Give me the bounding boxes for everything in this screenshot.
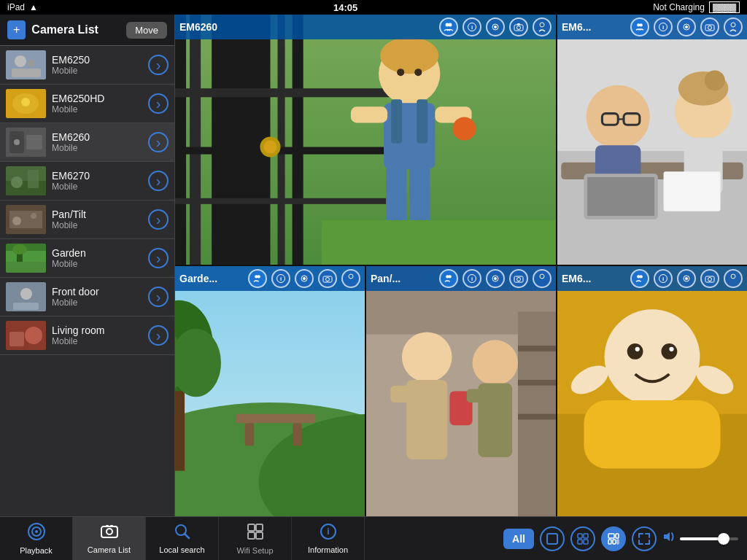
info-icon-em6260[interactable]: i <box>462 18 481 36</box>
camera-item-em6260[interactable]: EM6260 Mobile › <box>0 123 174 162</box>
svg-point-100 <box>661 343 677 359</box>
all-view-button[interactable]: All <box>503 529 534 549</box>
info-icon-baby[interactable]: i <box>654 269 673 288</box>
camera-arrow-em6260[interactable]: › <box>148 132 169 152</box>
volume-icon <box>662 531 677 546</box>
svg-rect-45 <box>175 88 395 97</box>
status-left: iPad ▲ <box>7 2 38 12</box>
svg-point-25 <box>20 288 32 300</box>
pantilt-feed <box>366 266 556 516</box>
volume-thumb[interactable] <box>718 533 729 545</box>
volume-control[interactable] <box>662 531 738 546</box>
camera-item-livingroom[interactable]: Living room Mobile › <box>0 316 174 355</box>
cell-header-em6260: EM6260 i <box>175 15 556 39</box>
garden-feed <box>175 266 365 516</box>
record-icon-baby[interactable] <box>677 269 696 288</box>
svg-rect-146 <box>467 389 484 402</box>
camera-arrow-em6250[interactable]: › <box>148 55 169 75</box>
camera-cell-baby[interactable]: EM6... i <box>557 266 747 516</box>
camera-list-button[interactable]: Camera List <box>73 517 146 560</box>
svg-point-144 <box>473 340 518 385</box>
camera-type-em6260: Mobile <box>52 143 148 153</box>
people-icon-em6260[interactable] <box>439 18 458 36</box>
info-icon-garden[interactable]: i <box>271 269 290 288</box>
quad-view-button[interactable] <box>570 526 595 551</box>
camera-name-frontdoor: Front door <box>52 286 148 298</box>
camera-cell-pantilt[interactable]: Pan/... i <box>366 266 556 516</box>
svg-point-101 <box>635 347 640 351</box>
add-camera-button[interactable]: + <box>7 20 26 39</box>
fullscreen-button[interactable] <box>632 526 657 551</box>
camera-arrow-em6250hd[interactable]: › <box>148 93 169 114</box>
volume-track[interactable] <box>680 537 738 540</box>
svg-rect-167 <box>608 534 614 538</box>
local-search-button[interactable]: Local search <box>146 517 219 560</box>
move-button[interactable]: Move <box>126 22 167 39</box>
people-icon-pantilt[interactable] <box>439 269 458 288</box>
camera-item-em6270[interactable]: EM6270 Mobile › <box>0 162 174 201</box>
svg-point-94 <box>708 278 712 281</box>
camera-cell-garden[interactable]: Garde... i <box>175 266 365 516</box>
people-icon-garden[interactable] <box>248 269 267 288</box>
people-icon-baby[interactable] <box>630 269 649 288</box>
camera-icon-garden[interactable] <box>318 269 337 288</box>
svg-point-29 <box>25 327 42 344</box>
svg-point-23 <box>12 244 27 254</box>
svg-point-95 <box>731 274 735 279</box>
playback-label: Playback <box>20 546 53 555</box>
svg-point-37 <box>517 26 521 30</box>
camera-arrow-livingroom[interactable]: › <box>148 325 169 346</box>
svg-rect-157 <box>256 524 263 531</box>
status-bar: iPad ▲ 14:05 Not Charging ▓▓▓▓ <box>0 0 747 15</box>
camera-type-garden: Mobile <box>52 259 148 269</box>
record-icon-garden[interactable] <box>295 269 314 288</box>
svg-rect-158 <box>248 532 255 539</box>
camera-arrow-em6270[interactable]: › <box>148 171 169 191</box>
camera-thumb-pantilt <box>6 205 46 234</box>
person-icon-baby[interactable] <box>724 269 743 288</box>
svg-point-149 <box>35 530 38 533</box>
person-icon-em6260[interactable] <box>533 18 551 36</box>
camera-item-garden[interactable]: Garden Mobile › <box>0 239 174 278</box>
camera-info-frontdoor: Front door Mobile <box>52 286 148 308</box>
camera-arrow-garden[interactable]: › <box>148 248 169 268</box>
playback-button[interactable]: Playback <box>0 517 73 560</box>
search-icon <box>174 524 190 543</box>
camera-item-em6250hd[interactable]: EM6250HD Mobile › <box>0 85 174 123</box>
camera-thumb-em6260 <box>6 128 46 157</box>
six-view-button[interactable] <box>601 526 626 551</box>
camera-arrow-pantilt[interactable]: › <box>148 209 169 230</box>
record-icon-em6260[interactable] <box>486 18 505 36</box>
single-view-button[interactable] <box>540 526 565 551</box>
person-icon-pantilt[interactable] <box>533 269 551 288</box>
camera-cell-em6260-main[interactable]: EM6260 i <box>175 15 556 265</box>
camera-icon-em6260[interactable] <box>509 18 528 36</box>
info-icon-meeting[interactable]: i <box>654 18 673 36</box>
wifi-setup-icon <box>247 523 264 544</box>
svg-rect-137 <box>518 346 556 351</box>
wifi-setup-button[interactable]: Wifi Setup <box>219 517 292 560</box>
camera-info-pantilt: Pan/Tilt Mobile <box>52 209 148 230</box>
camera-icon-meeting[interactable] <box>700 18 719 36</box>
svg-point-64 <box>640 23 643 26</box>
people-icon-meeting[interactable] <box>630 18 649 36</box>
record-icon-meeting[interactable] <box>677 18 696 36</box>
record-icon-pantilt[interactable] <box>486 269 505 288</box>
camera-info-em6250: EM6250 Mobile <box>52 54 148 76</box>
camera-arrow-frontdoor[interactable]: › <box>148 287 169 307</box>
information-button[interactable]: i Information <box>292 517 365 560</box>
svg-point-140 <box>402 332 452 382</box>
person-icon-garden[interactable] <box>341 269 360 288</box>
camera-icon-baby[interactable] <box>700 269 719 288</box>
person-icon-meeting[interactable] <box>724 18 743 36</box>
svg-text:i: i <box>471 24 473 31</box>
svg-rect-2 <box>12 69 41 77</box>
baby-feed <box>557 266 747 516</box>
svg-point-13 <box>11 176 23 188</box>
camera-icon-pantilt[interactable] <box>509 269 528 288</box>
camera-item-pantilt[interactable]: Pan/Tilt Mobile › <box>0 201 174 239</box>
info-icon-pantilt[interactable]: i <box>462 269 481 288</box>
camera-item-frontdoor[interactable]: Front door Mobile › <box>0 278 174 316</box>
camera-item-em6250[interactable]: EM6250 Mobile › <box>0 46 174 85</box>
camera-cell-meeting[interactable]: EM6... i <box>557 15 747 265</box>
